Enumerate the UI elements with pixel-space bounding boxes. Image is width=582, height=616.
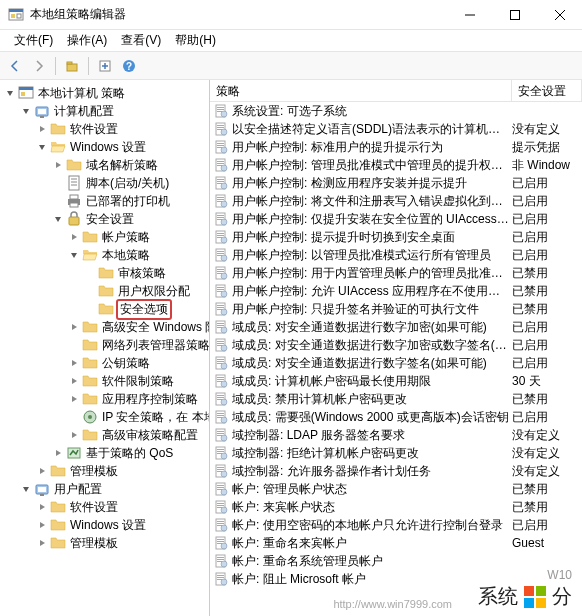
policy-row[interactable]: 用户帐户控制: 以管理员批准模式运行所有管理员已启用 xyxy=(210,246,582,264)
tree-node-admin_templates[interactable]: 管理模板 xyxy=(0,462,209,480)
policy-row[interactable]: 用户帐户控制: 只提升签名并验证的可执行文件已禁用 xyxy=(210,300,582,318)
tree-node-software_settings[interactable]: 软件设置 xyxy=(0,120,209,138)
collapse-icon[interactable] xyxy=(52,447,64,459)
policy-row[interactable]: 帐户: 重命名来宾帐户Guest xyxy=(210,534,582,552)
expand-icon[interactable] xyxy=(20,483,32,495)
column-header-policy[interactable]: 策略 xyxy=(210,80,512,101)
collapse-icon[interactable] xyxy=(68,429,80,441)
collapse-icon[interactable] xyxy=(36,519,48,531)
collapse-icon[interactable] xyxy=(36,537,48,549)
policy-row[interactable]: 域成员: 对安全通道数据进行数字加密或数字签名(始终)已启用 xyxy=(210,336,582,354)
tree-node-scripts[interactable]: 脚本(启动/关机) xyxy=(0,174,209,192)
back-button[interactable] xyxy=(4,55,26,77)
expand-icon[interactable] xyxy=(68,249,80,261)
tree-node-user_windows[interactable]: Windows 设置 xyxy=(0,516,209,534)
tree-node-user_software[interactable]: 软件设置 xyxy=(0,498,209,516)
policy-row[interactable]: 帐户: 使用空密码的本地帐户只允许进行控制台登录已启用 xyxy=(210,516,582,534)
policy-row[interactable]: 用户帐户控制: 用于内置管理员帐户的管理员批准模式已禁用 xyxy=(210,264,582,282)
column-header-setting[interactable]: 安全设置 xyxy=(512,80,582,101)
menu-view[interactable]: 查看(V) xyxy=(115,30,167,51)
svg-rect-89 xyxy=(217,305,224,306)
expand-icon[interactable] xyxy=(20,105,32,117)
tree-pane[interactable]: 本地计算机 策略计算机配置软件设置Windows 设置域名解析策略脚本(启动/关… xyxy=(0,80,210,616)
collapse-icon[interactable] xyxy=(68,357,80,369)
forward-button[interactable] xyxy=(28,55,50,77)
policy-row[interactable]: 帐户: 管理员帐户状态已禁用 xyxy=(210,480,582,498)
maximize-button[interactable] xyxy=(492,0,537,30)
svg-rect-81 xyxy=(217,273,222,274)
collapse-icon[interactable] xyxy=(68,393,80,405)
expand-icon[interactable] xyxy=(52,213,64,225)
menu-help[interactable]: 帮助(H) xyxy=(169,30,222,51)
svg-point-127 xyxy=(221,435,227,441)
tree-node-account_policies[interactable]: 帐户策略 xyxy=(0,228,209,246)
collapse-icon[interactable] xyxy=(68,321,80,333)
tree-node-audit_policy[interactable]: 审核策略 xyxy=(0,264,209,282)
collapse-icon[interactable] xyxy=(68,231,80,243)
expand-icon[interactable] xyxy=(36,141,48,153)
collapse-icon[interactable] xyxy=(68,375,80,387)
tree-node-network_list[interactable]: 网络列表管理器策略 xyxy=(0,336,209,354)
policy-row[interactable]: 用户帐户控制: 管理员批准模式中管理员的提升权限提示的...非 Window xyxy=(210,156,582,174)
tree-node-name_resolution[interactable]: 域名解析策略 xyxy=(0,156,209,174)
policy-row[interactable]: 用户帐户控制: 将文件和注册表写入错误虚拟化到每用户位置已启用 xyxy=(210,192,582,210)
policy-row[interactable]: 用户帐户控制: 提示提升时切换到安全桌面已启用 xyxy=(210,228,582,246)
tree-node-root[interactable]: 本地计算机 策略 xyxy=(0,84,209,102)
tree-node-security_settings[interactable]: 安全设置 xyxy=(0,210,209,228)
svg-rect-134 xyxy=(217,467,224,468)
tree-node-local_policies[interactable]: 本地策略 xyxy=(0,246,209,264)
folder-icon xyxy=(82,337,98,353)
collapse-icon[interactable] xyxy=(36,501,48,513)
tree-node-advanced_audit[interactable]: 高级审核策略配置 xyxy=(0,426,209,444)
menu-action[interactable]: 操作(A) xyxy=(61,30,113,51)
policy-row[interactable]: 以安全描述符定义语言(SDDL)语法表示的计算机访问限制没有定义 xyxy=(210,120,582,138)
policy-row[interactable]: 域成员: 对安全通道数据进行数字加密(如果可能)已启用 xyxy=(210,318,582,336)
tree-node-public_key[interactable]: 公钥策略 xyxy=(0,354,209,372)
collapse-icon[interactable] xyxy=(36,123,48,135)
minimize-button[interactable] xyxy=(447,0,492,30)
policy-row[interactable]: 域成员: 计算机帐户密码最长使用期限30 天 xyxy=(210,372,582,390)
policy-row[interactable]: 系统设置: 可选子系统 xyxy=(210,102,582,120)
help-button[interactable]: ? xyxy=(118,55,140,77)
tree-label: 用户配置 xyxy=(52,481,102,498)
policy-row[interactable]: 用户帐户控制: 允许 UIAccess 应用程序在不使用安全桌面...已禁用 xyxy=(210,282,582,300)
export-button[interactable] xyxy=(94,55,116,77)
collapse-icon[interactable] xyxy=(52,159,64,171)
policy-name: 以安全描述符定义语言(SDDL)语法表示的计算机访问限制 xyxy=(232,121,512,138)
tree-node-qos[interactable]: 基于策略的 QoS xyxy=(0,444,209,462)
policy-row[interactable]: 用户帐户控制: 仅提升安装在安全位置的 UIAccess 应用程序已启用 xyxy=(210,210,582,228)
tree-node-app_control[interactable]: 应用程序控制策略 xyxy=(0,390,209,408)
tree-node-deployed_printers[interactable]: 已部署的打印机 xyxy=(0,192,209,210)
collapse-icon[interactable] xyxy=(36,465,48,477)
policy-row[interactable]: 用户帐户控制: 标准用户的提升提示行为提示凭据 xyxy=(210,138,582,156)
tree-node-user_admin_templates[interactable]: 管理模板 xyxy=(0,534,209,552)
tree-node-windows_settings[interactable]: Windows 设置 xyxy=(0,138,209,156)
policy-row[interactable]: 域成员: 对安全通道数据进行数字签名(如果可能)已启用 xyxy=(210,354,582,372)
svg-rect-150 xyxy=(217,523,224,524)
up-button[interactable] xyxy=(61,55,83,77)
policy-row[interactable]: 域成员: 需要强(Windows 2000 或更高版本)会话密钥已启用 xyxy=(210,408,582,426)
tree-node-user_config[interactable]: 用户配置 xyxy=(0,480,209,498)
folder-icon xyxy=(66,157,82,173)
expand-icon[interactable] xyxy=(4,87,16,99)
svg-point-52 xyxy=(221,165,227,171)
tree-node-ip_security[interactable]: IP 安全策略，在 本地计 xyxy=(0,408,209,426)
policy-row[interactable]: 域成员: 禁用计算机帐户密码更改已禁用 xyxy=(210,390,582,408)
svg-point-77 xyxy=(221,255,227,261)
policy-row[interactable]: 帐户: 重命名系统管理员帐户 xyxy=(210,552,582,570)
policy-row[interactable]: 帐户: 来宾帐户状态已禁用 xyxy=(210,498,582,516)
policy-row[interactable]: 用户帐户控制: 检测应用程序安装并提示提升已启用 xyxy=(210,174,582,192)
tree-node-advanced_firewall[interactable]: 高级安全 Windows 防火 xyxy=(0,318,209,336)
close-button[interactable] xyxy=(537,0,582,30)
tree-node-software_restriction[interactable]: 软件限制策略 xyxy=(0,372,209,390)
policy-row[interactable]: 域控制器: LDAP 服务器签名要求没有定义 xyxy=(210,426,582,444)
policy-row[interactable]: 域控制器: 允许服务器操作者计划任务没有定义 xyxy=(210,462,582,480)
menu-file[interactable]: 文件(F) xyxy=(8,30,59,51)
tree-node-computer_config[interactable]: 计算机配置 xyxy=(0,102,209,120)
svg-point-122 xyxy=(221,417,227,423)
svg-point-62 xyxy=(221,201,227,207)
tree-node-security_options[interactable]: 安全选项 xyxy=(0,300,209,318)
policy-row[interactable]: 域控制器: 拒绝计算机帐户密码更改没有定义 xyxy=(210,444,582,462)
tree-node-user_rights[interactable]: 用户权限分配 xyxy=(0,282,209,300)
list-pane[interactable]: 策略 安全设置 系统设置: 可选子系统以安全描述符定义语言(SDDL)语法表示的… xyxy=(210,80,582,616)
